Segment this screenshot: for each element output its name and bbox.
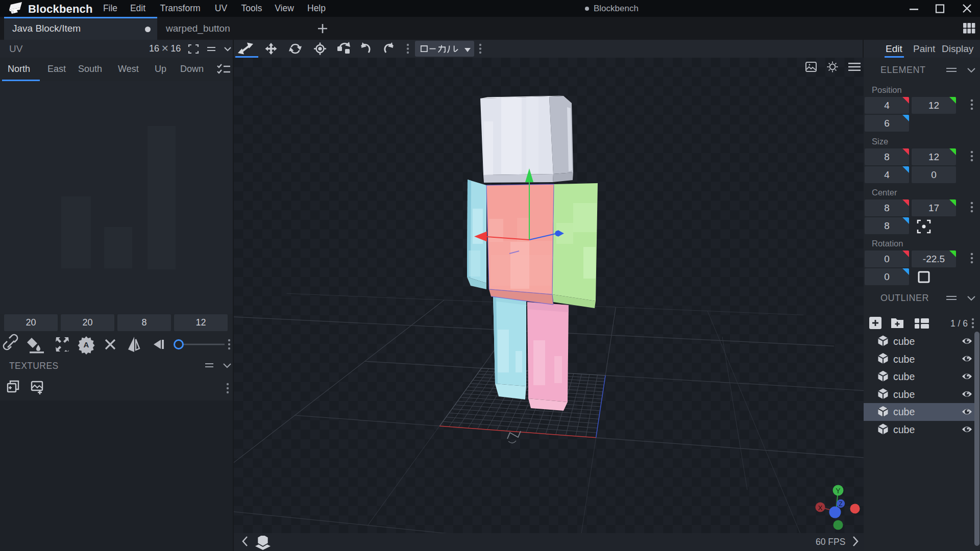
- svg-text:cube: cube: [893, 424, 915, 435]
- svg-text:cube: cube: [893, 336, 915, 347]
- svg-text:cube: cube: [893, 354, 915, 365]
- svg-text:cube: cube: [893, 406, 915, 417]
- svg-text:A: A: [84, 340, 89, 349]
- svg-text:X: X: [818, 504, 823, 512]
- svg-text:Z: Z: [839, 500, 842, 508]
- svg-text:Y: Y: [836, 487, 841, 495]
- svg-text:cube: cube: [893, 371, 915, 382]
- svg-text:1 / 6: 1 / 6: [950, 318, 968, 329]
- svg-text:cube: cube: [893, 389, 915, 400]
